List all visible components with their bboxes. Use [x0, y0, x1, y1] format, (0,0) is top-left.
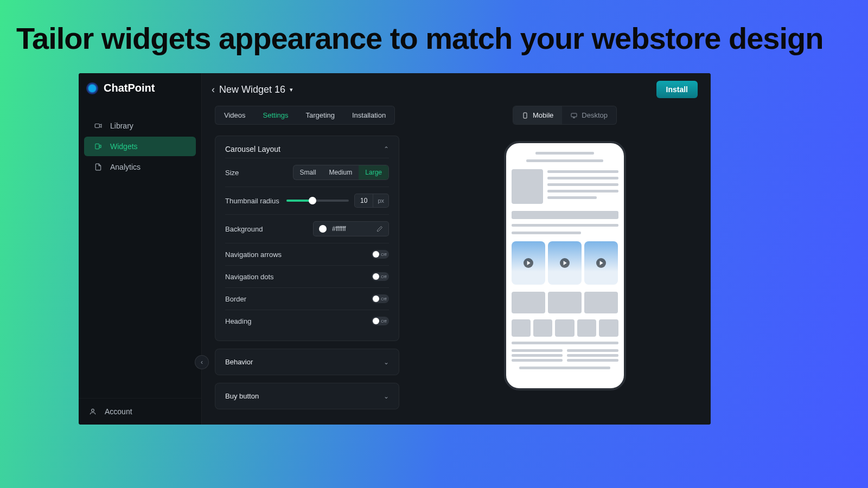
row-border: Border Off — [225, 287, 389, 310]
tab-installation[interactable]: Installation — [343, 106, 394, 124]
toggle-off-label: Off — [381, 274, 387, 279]
thumb-radius-control: 10 px — [286, 194, 389, 208]
placeholder-grid — [512, 292, 618, 313]
tab-targeting[interactable]: Targeting — [297, 106, 343, 124]
toggle-knob — [373, 296, 379, 302]
row-background: Background #ffffff — [225, 214, 389, 243]
settings-column: Videos Settings Targeting Installation C… — [215, 106, 399, 409]
camera-icon — [94, 122, 103, 130]
topbar: ‹ New Widget 16 ▾ Install — [202, 73, 711, 106]
brand-name: ChatPoint — [104, 82, 155, 94]
video-thumbnail[interactable] — [548, 241, 582, 285]
placeholder-hero — [512, 169, 618, 204]
heading-toggle[interactable]: Off — [372, 317, 389, 325]
sidebar-item-account[interactable]: Account — [79, 398, 201, 425]
size-option-large[interactable]: Large — [359, 165, 388, 179]
placeholder-line — [512, 349, 563, 352]
placeholder-grid — [512, 319, 618, 337]
panel-behavior[interactable]: Behavior ⌄ — [215, 349, 399, 375]
placeholder-line — [567, 359, 618, 362]
placeholder-line — [526, 159, 603, 162]
placeholder-line — [547, 170, 618, 173]
placeholder-bar — [512, 211, 618, 219]
size-segmented: Small Medium Large — [293, 165, 389, 180]
color-swatch — [319, 225, 327, 233]
panel-title: Carousel Layout — [225, 145, 280, 153]
svg-rect-0 — [95, 124, 99, 128]
row-heading: Heading Off — [225, 310, 389, 332]
sidebar-item-widgets[interactable]: Widgets — [84, 137, 196, 156]
nav-dots-label: Navigation dots — [225, 273, 274, 281]
background-color-input[interactable]: #ffffff — [313, 221, 389, 236]
panel-buy-button[interactable]: Buy button ⌄ — [215, 383, 399, 409]
placeholder-line — [512, 354, 563, 357]
thumb-radius-input[interactable]: 10 px — [354, 194, 389, 208]
desktop-icon — [571, 112, 577, 119]
chevron-down-icon: ⌄ — [384, 393, 389, 400]
placeholder-line — [567, 354, 618, 357]
user-icon — [88, 408, 97, 415]
size-option-small[interactable]: Small — [293, 165, 323, 179]
panel-header[interactable]: Carousel Layout ⌃ — [225, 145, 389, 158]
chevron-down-icon: ⌄ — [384, 358, 389, 366]
toggle-off-label: Off — [381, 319, 387, 324]
main: ‹ ‹ New Widget 16 ▾ Install Videos Setti… — [202, 73, 711, 425]
breadcrumb[interactable]: ‹ New Widget 16 ▾ — [212, 84, 293, 95]
svg-rect-2 — [100, 145, 101, 148]
tab-videos[interactable]: Videos — [215, 106, 254, 124]
nav: Library Widgets Analytics — [79, 103, 201, 398]
size-label: Size — [225, 169, 239, 177]
sidebar-item-analytics[interactable]: Analytics — [84, 157, 196, 177]
logo-icon — [86, 82, 98, 94]
device-tab-desktop[interactable]: Desktop — [562, 106, 616, 124]
install-button[interactable]: Install — [656, 81, 698, 98]
slider-thumb[interactable] — [309, 197, 316, 204]
row-nav-arrows: Navigation arrows Off — [225, 243, 389, 265]
sidebar-item-label: Analytics — [110, 163, 141, 171]
placeholder-image — [512, 169, 543, 204]
caret-down-icon: ▾ — [290, 86, 293, 93]
placeholder-line — [547, 196, 597, 199]
toggle-knob — [373, 318, 379, 324]
brand: ChatPoint — [79, 73, 201, 103]
placeholder-line — [567, 349, 618, 352]
svg-rect-5 — [571, 113, 577, 117]
thumb-radius-value: 10 — [355, 194, 373, 207]
row-size: Size Small Medium Large — [225, 158, 389, 187]
nav-dots-toggle[interactable]: Off — [372, 272, 389, 281]
content-row: Videos Settings Targeting Installation C… — [202, 106, 711, 409]
pencil-icon — [376, 226, 383, 232]
nav-arrows-label: Navigation arrows — [225, 251, 282, 259]
device-tab-mobile[interactable]: Mobile — [513, 106, 562, 124]
heading-label: Heading — [225, 317, 251, 325]
video-thumbnail[interactable] — [512, 241, 545, 285]
mobile-icon — [522, 112, 528, 119]
nav-arrows-toggle[interactable]: Off — [372, 250, 389, 259]
background-hex: #ffffff — [332, 225, 371, 233]
sidebar: ChatPoint Library Widgets Analytics Acco… — [79, 73, 202, 425]
panel-title: Buy button — [225, 392, 259, 400]
placeholder-columns — [512, 349, 618, 362]
hero-title: Tailor widgets appearance to match your … — [0, 0, 868, 56]
svg-rect-1 — [95, 144, 99, 149]
chevron-left-icon: ‹ — [212, 84, 215, 95]
sidebar-item-library[interactable]: Library — [84, 116, 196, 136]
sidebar-item-label: Widgets — [110, 142, 138, 151]
tab-settings[interactable]: Settings — [254, 106, 297, 124]
placeholder-line — [535, 152, 594, 155]
placeholder-line — [547, 183, 618, 186]
row-thumbnail-radius: Thumbnail radius 10 px — [225, 187, 389, 214]
thumb-radius-slider[interactable] — [286, 200, 349, 202]
border-toggle[interactable]: Off — [372, 294, 389, 303]
video-thumbnail[interactable] — [584, 241, 618, 285]
placeholder-line — [512, 342, 618, 344]
account-label: Account — [105, 407, 132, 416]
sidebar-collapse-button[interactable]: ‹ — [195, 355, 209, 369]
placeholder-line — [547, 177, 618, 179]
thumb-radius-unit: px — [373, 195, 388, 207]
device-tabs: Mobile Desktop — [513, 106, 617, 125]
panel-title: Behavior — [225, 358, 253, 366]
size-option-medium[interactable]: Medium — [323, 165, 359, 179]
chevron-left-icon: ‹ — [201, 358, 203, 366]
page-title: New Widget 16 — [219, 84, 285, 95]
